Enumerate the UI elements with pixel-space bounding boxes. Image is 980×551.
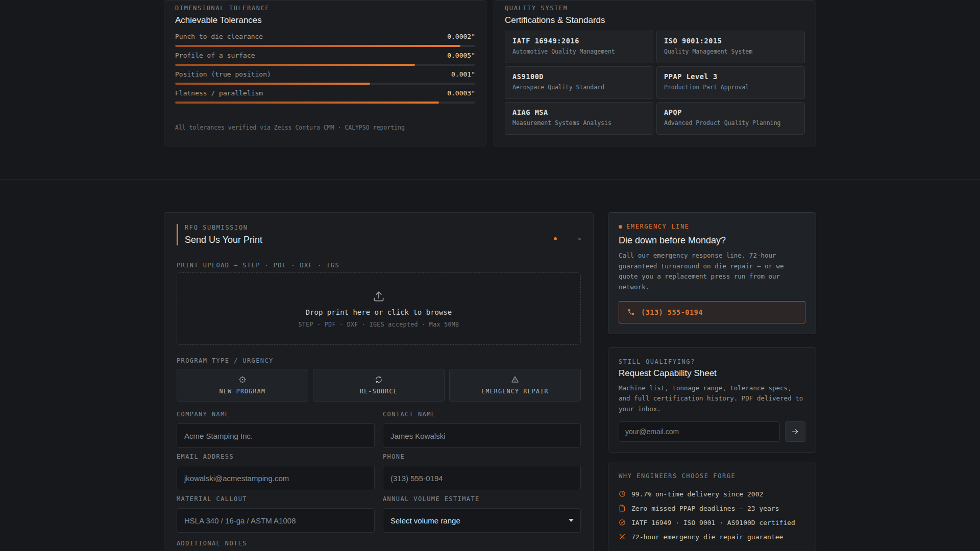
emergency-title: Die down before Monday? <box>619 235 805 246</box>
program-emergency-label: EMERGENCY REPAIR <box>481 388 549 395</box>
cert-name: AIAG MSA <box>512 108 646 116</box>
company-name-label: COMPANY NAME <box>177 411 375 418</box>
tolerance-bar <box>175 45 475 47</box>
tolerance-bar <box>175 102 475 104</box>
tolerance-row: Position (true position) 0.001" <box>175 70 475 85</box>
step-line <box>557 239 578 239</box>
tolerance-name: Flatness / parallelism <box>175 89 263 97</box>
emergency-body: Call our emergency response line. 72-hou… <box>619 251 805 293</box>
cert-desc: Quality Management System <box>664 48 797 55</box>
tolerance-name: Position (true position) <box>175 70 271 78</box>
cert-desc: Advanced Product Quality Planning <box>664 119 797 127</box>
tolerance-row: Flatness / parallelism 0.0003" <box>175 89 475 104</box>
rfq-form-card: RFQ SUBMISSION Send Us Your Print PRINT … <box>164 212 594 551</box>
cert-name: PPAP Level 3 <box>664 72 797 81</box>
warning-icon <box>511 375 519 384</box>
document-icon <box>619 505 626 512</box>
why-eyebrow: WHY ENGINEERS CHOOSE FORGE <box>619 472 805 480</box>
phone-input[interactable] <box>383 466 581 490</box>
cert-card: ISO 9001:2015 Quality Management System <box>656 31 805 63</box>
cert-card: PPAP Level 3 Production Part Approval <box>656 66 805 99</box>
emergency-phone-number: (313) 555-0194 <box>641 308 703 316</box>
capability-body: Machine list, tonnage range, tolerance s… <box>619 383 805 415</box>
dropzone-subtext: STEP · PDF · DXF · IGES accepted · Max 5… <box>299 321 459 328</box>
tolerance-value: 0.001" <box>451 70 475 78</box>
cert-desc: Aerospace Quality Standard <box>512 84 646 91</box>
tolerance-name: Profile of a surface <box>175 52 255 59</box>
cert-desc: Production Part Approval <box>664 84 797 91</box>
program-new-label: NEW PROGRAM <box>219 388 265 395</box>
cert-card: APQP Advanced Product Quality Planning <box>656 102 805 135</box>
tolerance-bar <box>175 64 475 66</box>
upload-label: PRINT UPLOAD — STEP · PDF · DXF · IGS <box>177 262 581 269</box>
why-text: IATF 16949 · ISO 9001 · AS9100D certifie… <box>631 519 795 527</box>
cert-card: IATF 16949:2016 Automotive Quality Manag… <box>505 31 653 63</box>
why-text: Zero missed PPAP deadlines — 23 years <box>631 505 779 512</box>
material-callout-input[interactable] <box>177 508 375 533</box>
emergency-call-button[interactable]: (313) 555-0194 <box>619 301 805 323</box>
target-icon <box>238 375 247 384</box>
tolerance-value: 0.0002" <box>447 33 475 40</box>
why-forge-card: WHY ENGINEERS CHOOSE FORGE 99.7% on-time… <box>608 462 816 551</box>
why-item: 72-hour emergency die repair guarantee <box>619 530 805 544</box>
contact-name-label: CONTACT NAME <box>383 411 581 418</box>
program-resource-label: RE-SOURCE <box>360 388 398 395</box>
program-type-label: PROGRAM TYPE / URGENCY <box>177 357 581 365</box>
annual-volume-label: ANNUAL VOLUME ESTIMATE <box>383 495 581 503</box>
quality-title: Certifications & Standards <box>505 15 805 26</box>
tools-icon <box>619 533 626 540</box>
cert-card: AS9100D Aerospace Quality Standard <box>505 66 653 99</box>
tolerances-eyebrow: DIMENSIONAL TOLERANCE <box>175 5 475 12</box>
capability-eyebrow: STILL QUALIFYING? <box>619 358 805 365</box>
email-address-input[interactable] <box>177 466 375 490</box>
accent-bar <box>177 224 178 245</box>
emergency-eyebrow: EMERGENCY LINE <box>626 223 690 230</box>
form-stepper <box>554 237 581 240</box>
capability-email-input[interactable] <box>619 421 780 442</box>
rfq-eyebrow: RFQ SUBMISSION <box>185 224 262 231</box>
capability-title: Request Capability Sheet <box>619 368 805 379</box>
rfq-section: RFQ SUBMISSION Send Us Your Print PRINT … <box>0 180 980 551</box>
rfq-title: Send Us Your Print <box>185 235 262 245</box>
cert-desc: Automotive Quality Management <box>512 48 646 55</box>
program-emergency-button[interactable]: EMERGENCY REPAIR <box>449 369 581 402</box>
tolerances-title: Achievable Tolerances <box>175 15 475 26</box>
tolerance-name: Punch-to-die clearance <box>175 33 263 40</box>
why-text: 99.7% on-time delivery since 2002 <box>631 490 763 498</box>
status-dot <box>619 225 622 229</box>
cert-name: ISO 9001:2015 <box>664 37 797 45</box>
cert-card: AIAG MSA Measurement Systems Analysis <box>505 102 653 135</box>
additional-notes-label: ADDITIONAL NOTES <box>177 540 247 547</box>
step-dot-inactive <box>578 238 581 240</box>
why-text: 72-hour emergency die repair guarantee <box>631 533 783 541</box>
print-upload-dropzone[interactable]: Drop print here or click to browse STEP … <box>177 272 581 345</box>
program-resource-button[interactable]: RE-SOURCE <box>313 369 445 402</box>
email-address-label: EMAIL ADDRESS <box>177 453 375 461</box>
program-new-button[interactable]: NEW PROGRAM <box>177 369 308 402</box>
tolerances-card: DIMENSIONAL TOLERANCE Achievable Toleran… <box>164 0 486 146</box>
clock-icon <box>619 490 626 497</box>
arrow-right-icon <box>791 428 799 436</box>
why-item: Zero missed PPAP deadlines — 23 years <box>619 501 805 515</box>
tolerances-footnote: All tolerances verified via Zeiss Contur… <box>175 124 475 131</box>
cert-name: AS9100D <box>512 72 646 81</box>
emergency-line-card: EMERGENCY LINE Die down before Monday? C… <box>608 212 816 334</box>
tolerance-row: Punch-to-die clearance 0.0002" <box>175 33 475 47</box>
phone-icon <box>627 308 635 316</box>
quality-card: QUALITY SYSTEM Certifications & Standard… <box>494 0 816 146</box>
cert-name: IATF 16949:2016 <box>512 37 646 45</box>
dropzone-text: Drop print here or click to browse <box>306 308 452 316</box>
tolerance-row: Profile of a surface 0.0005" <box>175 52 475 66</box>
tolerance-bar <box>175 83 475 85</box>
volume-range-select[interactable]: Select volume range <box>383 508 581 533</box>
capability-sheet-card: STILL QUALIFYING? Request Capability She… <box>608 347 816 453</box>
tolerance-value: 0.0005" <box>447 52 475 59</box>
contact-name-input[interactable] <box>383 423 581 448</box>
company-name-input[interactable] <box>177 423 375 448</box>
divider <box>175 116 475 116</box>
phone-label: PHONE <box>383 453 581 461</box>
capability-submit-button[interactable] <box>785 421 805 442</box>
quality-eyebrow: QUALITY SYSTEM <box>505 5 805 12</box>
check-badge-icon <box>619 519 626 526</box>
why-item: IATF 16949 · ISO 9001 · AS9100D certifie… <box>619 515 805 530</box>
